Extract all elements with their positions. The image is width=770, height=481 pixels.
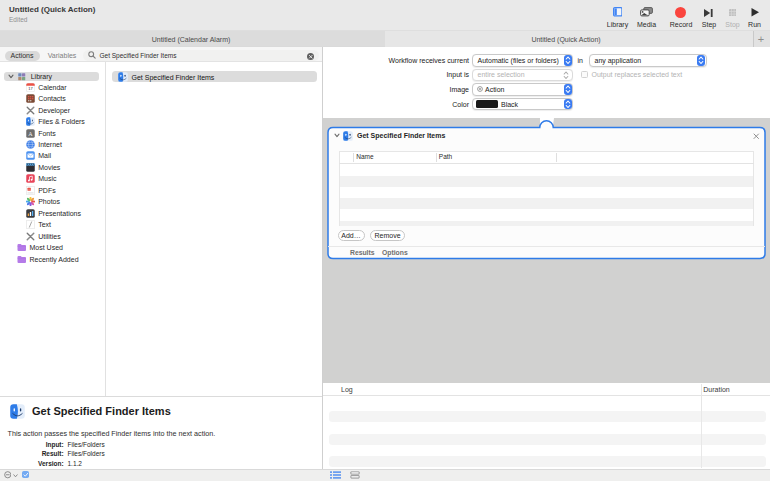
svg-text:A: A (28, 130, 33, 136)
svg-text:17: 17 (28, 86, 33, 91)
